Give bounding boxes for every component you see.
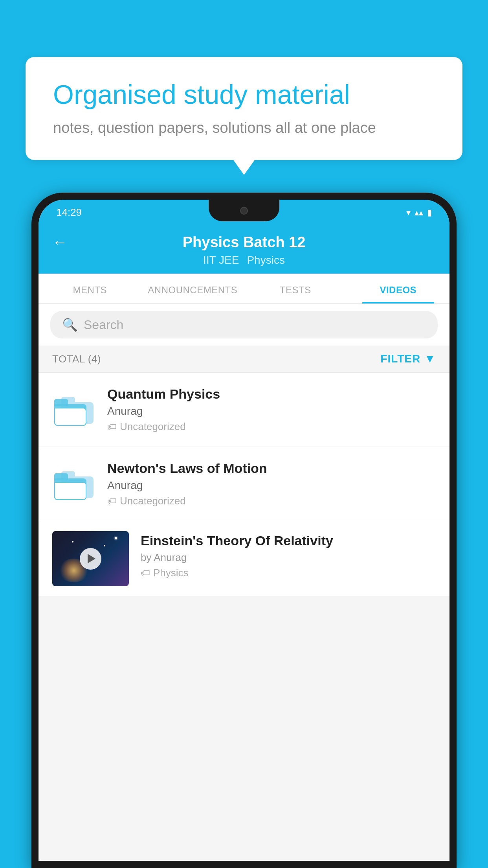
total-count: TOTAL (4)	[52, 353, 101, 365]
video-tag-1: 🏷 Uncategorized	[107, 421, 436, 433]
folder-icon	[54, 390, 94, 426]
search-icon: 🔍	[62, 317, 78, 332]
video-author-2: Anurag	[107, 479, 436, 492]
header-tag-physics: Physics	[247, 254, 284, 267]
play-button[interactable]	[80, 548, 101, 570]
tab-videos[interactable]: VIDEOS	[347, 274, 450, 303]
app-header: ← Physics Batch 12 IIT JEE Physics	[39, 225, 449, 274]
signal-icon: ▴▴	[415, 208, 423, 218]
tag-icon-2: 🏷	[107, 496, 117, 507]
play-icon	[88, 554, 95, 563]
video-info-1: Quantum Physics Anurag 🏷 Uncategorized	[107, 386, 436, 433]
tab-bar: MENTS ANNOUNCEMENTS TESTS VIDEOS	[39, 274, 449, 304]
einstein-author: by Anurag	[141, 552, 436, 564]
tag-icon-3: 🏷	[141, 568, 150, 579]
status-bar: 14:29 ▾ ▴▴ ▮	[39, 200, 449, 225]
filter-button[interactable]: FILTER ▼	[380, 353, 436, 365]
speech-bubble-title: Organised study material	[53, 79, 435, 111]
notch	[209, 200, 279, 221]
filter-icon: ▼	[424, 353, 436, 365]
einstein-thumbnail	[52, 531, 129, 586]
content-area: Quantum Physics Anurag 🏷 Uncategorized	[39, 373, 449, 596]
filter-bar: TOTAL (4) FILTER ▼	[39, 346, 449, 373]
speech-bubble-container: Organised study material notes, question…	[26, 57, 462, 160]
header-title: Physics Batch 12	[183, 234, 306, 251]
battery-icon: ▮	[427, 208, 432, 218]
einstein-title: Einstein's Theory Of Relativity	[141, 533, 436, 548]
header-tag-iit: IIT JEE	[203, 254, 239, 267]
video-title-1: Quantum Physics	[107, 386, 436, 402]
filter-label: FILTER	[380, 353, 420, 365]
list-item[interactable]: Newton's Laws of Motion Anurag 🏷 Uncateg…	[39, 447, 449, 521]
status-time: 14:29	[56, 206, 82, 219]
list-item[interactable]: Einstein's Theory Of Relativity by Anura…	[39, 521, 449, 596]
tab-announcements[interactable]: ANNOUNCEMENTS	[141, 274, 244, 303]
status-icons: ▾ ▴▴ ▮	[406, 208, 432, 218]
phone-inner: 14:29 ▾ ▴▴ ▮ ← Physics Batch 12 IIT JEE …	[39, 200, 449, 861]
tag-text-2: Uncategorized	[120, 495, 186, 507]
folder-icon	[54, 465, 94, 500]
einstein-tag: 🏷 Physics	[141, 567, 436, 579]
camera-dot	[240, 207, 248, 215]
video-tag-2: 🏷 Uncategorized	[107, 495, 436, 507]
speech-bubble: Organised study material notes, question…	[26, 57, 462, 160]
video-title-2: Newton's Laws of Motion	[107, 461, 436, 476]
star-decoration	[72, 541, 73, 542]
einstein-info: Einstein's Theory Of Relativity by Anura…	[141, 531, 436, 579]
video-thumbnail-2	[52, 461, 95, 504]
header-tags: IIT JEE Physics	[203, 254, 285, 267]
tab-ments[interactable]: MENTS	[39, 274, 141, 303]
list-item[interactable]: Quantum Physics Anurag 🏷 Uncategorized	[39, 373, 449, 447]
video-author-1: Anurag	[107, 405, 436, 417]
speech-bubble-subtitle: notes, question papers, solutions all at…	[53, 120, 435, 136]
video-thumbnail-1	[52, 386, 95, 430]
back-button[interactable]: ←	[52, 234, 67, 251]
tab-tests[interactable]: TESTS	[244, 274, 347, 303]
video-info-2: Newton's Laws of Motion Anurag 🏷 Uncateg…	[107, 461, 436, 507]
phone-frame: 14:29 ▾ ▴▴ ▮ ← Physics Batch 12 IIT JEE …	[31, 193, 457, 868]
einstein-tag-text: Physics	[153, 567, 189, 579]
wifi-icon: ▾	[406, 208, 411, 218]
tag-text-1: Uncategorized	[120, 421, 186, 433]
star-decoration	[104, 545, 105, 546]
search-bar-container: 🔍 Search	[39, 304, 449, 346]
tag-icon-1: 🏷	[107, 421, 117, 432]
star-decoration	[115, 537, 117, 539]
search-placeholder: Search	[84, 318, 123, 332]
search-bar[interactable]: 🔍 Search	[50, 311, 438, 338]
